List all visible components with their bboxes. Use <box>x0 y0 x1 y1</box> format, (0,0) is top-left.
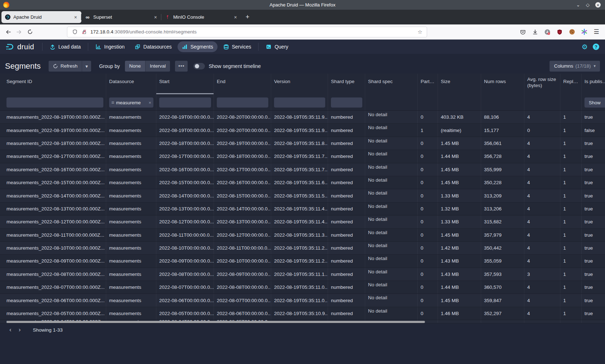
table-row[interactable]: measurements_2022-08-08T00:00:00.000Z...… <box>0 268 605 281</box>
window-maximize-icon[interactable]: ◇ <box>586 3 590 7</box>
column-header-partition[interactable]: Partition <box>418 74 438 94</box>
column-header-segment-id[interactable]: Segment ID <box>0 74 106 94</box>
cell-shard-type: numbered <box>328 215 365 228</box>
menu-hamburger-icon[interactable]: ☰ <box>591 27 601 37</box>
remove-filter-icon[interactable]: × <box>148 100 151 105</box>
tab-close-icon[interactable]: × <box>233 14 238 20</box>
bookmark-star-icon[interactable]: ☆ <box>416 29 424 35</box>
refresh-button[interactable]: Refresh <box>49 61 82 72</box>
end-filter-input[interactable] <box>217 97 268 108</box>
cookie-icon[interactable] <box>567 27 577 37</box>
tab-apache-druid[interactable]: Apache Druid × <box>1 11 81 23</box>
refresh-caret-button[interactable]: ▾ <box>82 61 91 72</box>
table-row[interactable]: measurements_2022-08-16T00:00:00.000Z...… <box>0 163 605 176</box>
new-tab-button[interactable]: + <box>241 13 254 21</box>
help-icon[interactable]: ? <box>593 44 599 50</box>
cell-size: 1.45 MB <box>438 163 481 176</box>
table-row[interactable]: measurements_2022-08-17T00:00:00.000Z...… <box>0 150 605 163</box>
druid-nav-bar: druid Load data Ingestion Datasources Se… <box>0 40 605 54</box>
table-row[interactable]: measurements_2022-08-13T00:00:00.000Z...… <box>0 203 605 215</box>
cell-replicas: 1 <box>560 255 582 267</box>
cell-size: 1.45 MB <box>438 137 481 150</box>
column-header-start[interactable]: Start <box>156 74 214 94</box>
shard-type-filter-input[interactable] <box>331 97 362 108</box>
table-row[interactable]: measurements_2022-08-19T00:00:00.000Z...… <box>0 124 605 137</box>
druid-logo[interactable]: druid <box>0 42 40 51</box>
window-minimize-icon[interactable]: ⌄ <box>576 3 580 7</box>
prev-page-button[interactable]: ‹ <box>6 326 15 333</box>
cell-end: 2022-08-08T00:00:00.0... <box>214 281 271 294</box>
columns-button[interactable]: Columns (17/18) ▾ <box>550 61 600 72</box>
column-header-datasource[interactable]: Datasource <box>106 74 156 94</box>
reload-icon[interactable] <box>24 27 35 37</box>
next-page-button[interactable]: › <box>15 326 24 333</box>
column-header-avg-row-size[interactable]: Avg. row size (bytes) <box>524 74 560 94</box>
table-row[interactable]: measurements_2022-08-06T00:00:00.000Z...… <box>0 294 605 307</box>
downloads-icon[interactable] <box>530 27 540 37</box>
nav-item-datasources[interactable]: Datasources <box>130 41 176 52</box>
tab-superset[interactable]: ∞ Superset × <box>81 11 161 23</box>
table-row[interactable]: measurements_2022-08-14T00:00:00.000Z...… <box>0 189 605 202</box>
segment-id-filter-input[interactable] <box>6 97 103 108</box>
column-header-replicas[interactable]: Replicas <box>560 74 582 94</box>
lock-insecure-icon[interactable] <box>82 29 87 35</box>
column-header-num-rows[interactable]: Num rows <box>481 74 524 94</box>
druid-favicon <box>5 14 10 20</box>
window-close-icon[interactable]: × <box>595 2 601 8</box>
settings-gear-icon[interactable]: ⚙ <box>582 44 588 50</box>
table-row[interactable]: measurements_2022-08-11T00:00:00.000Z...… <box>0 229 605 242</box>
table-row[interactable]: measurements_2022-08-09T00:00:00.000Z...… <box>0 255 605 268</box>
cell-version: 2022-08-19T05:35:11.5... <box>271 189 328 202</box>
cell-start: 2022-08-17T00:00:00.0... <box>156 150 214 163</box>
horizontal-scrollbar[interactable] <box>6 321 425 323</box>
table-row[interactable]: measurements_2022-08-05T00:00:00.000Z...… <box>0 307 605 320</box>
cell-version: 2022-08-19T05:35:11.1... <box>271 268 328 281</box>
nav-item-load-data[interactable]: Load data <box>45 41 85 52</box>
cell-avg-row-size: 4 <box>524 150 560 163</box>
sparkle-extension-icon[interactable] <box>579 27 589 37</box>
column-header-version[interactable]: Version <box>271 74 328 94</box>
cell-start: 2022-08-15T00:00:00.0... <box>156 176 214 189</box>
table-row[interactable]: measurements_2022-08-19T00:00:00.000Z...… <box>0 111 605 124</box>
table-header-row: Segment IDDatasourceStartEndVersionShard… <box>0 74 605 94</box>
group-by-none-button[interactable]: None <box>125 61 145 72</box>
nav-item-query[interactable]: Query <box>261 41 292 52</box>
datasource-filter-chip[interactable]: ≡measureme× <box>109 97 153 108</box>
start-filter-input[interactable] <box>159 97 211 108</box>
cell-avg-row-size: 4 <box>524 163 560 176</box>
tab-title: Apache Druid <box>13 14 73 20</box>
url-bar[interactable]: 172.18.0.4:30899/unified-console.html#se… <box>67 27 427 37</box>
forward-icon[interactable] <box>14 27 24 37</box>
cell-end: 2022-08-07T00:00:00.0... <box>214 294 271 306</box>
nav-item-ingestion[interactable]: Ingestion <box>91 41 129 52</box>
more-options-button[interactable]: ••• <box>175 61 188 72</box>
ublock-icon[interactable] <box>555 27 565 37</box>
column-header-is-published[interactable]: Is published <box>582 74 605 94</box>
segment-timeline-toggle[interactable] <box>193 63 205 69</box>
pocket-icon[interactable] <box>518 27 528 37</box>
column-header-end[interactable]: End <box>214 74 271 94</box>
is-published-filter-button[interactable]: Show <box>584 97 605 108</box>
back-icon[interactable] <box>3 27 14 37</box>
table-row[interactable]: measurements_2022-08-07T00:00:00.000Z...… <box>0 281 605 294</box>
tab-close-icon[interactable]: × <box>73 14 78 20</box>
table-row[interactable]: measurements_2022-08-15T00:00:00.000Z...… <box>0 176 605 189</box>
page-title: Segments <box>5 62 41 71</box>
tab-close-icon[interactable]: × <box>153 14 158 20</box>
nav-item-services[interactable]: Services <box>219 41 256 52</box>
table-row[interactable]: measurements_2022-08-10T00:00:00.000Z...… <box>0 242 605 255</box>
column-header-shard-type[interactable]: Shard type <box>328 74 365 94</box>
cell-num-rows: 88,106 <box>481 111 524 123</box>
cell-start: 2022-08-14T00:00:00.0... <box>156 189 214 202</box>
group-by-interval-button[interactable]: Interval <box>145 61 170 72</box>
tab-minio-console[interactable]: MinIO Console × <box>161 11 241 23</box>
extension-icon[interactable] <box>542 27 552 37</box>
cell-size: 1.44 MB <box>438 150 481 163</box>
table-row[interactable]: measurements_2022-08-12T00:00:00.000Z...… <box>0 215 605 228</box>
column-header-shard-spec[interactable]: Shard spec <box>365 74 418 94</box>
shield-icon[interactable] <box>72 29 77 35</box>
table-row[interactable]: measurements_2022-08-18T00:00:00.000Z...… <box>0 137 605 150</box>
column-header-size[interactable]: Size <box>438 74 481 94</box>
version-filter-input[interactable] <box>274 97 325 108</box>
nav-item-segments[interactable]: Segments <box>178 41 218 52</box>
